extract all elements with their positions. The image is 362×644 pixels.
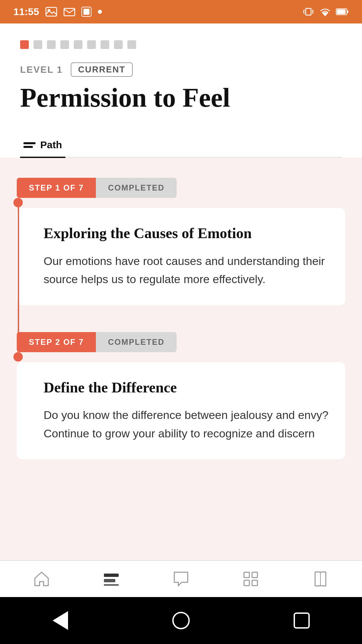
step-1-num: STEP 1 OF 7 (17, 178, 96, 198)
dot-5 (74, 40, 82, 49)
book-icon (311, 570, 330, 588)
level-row: LEVEL 1 CURRENT (20, 62, 342, 77)
tabs-row: Path (20, 132, 342, 158)
back-icon (53, 611, 68, 630)
svg-rect-10 (347, 10, 348, 13)
dot-1 (20, 40, 29, 49)
tab-path-label: Path (40, 139, 62, 151)
svg-point-5 (98, 10, 102, 14)
step-1-desc: Our emotions have root causes and unders… (44, 252, 328, 288)
step-1-title: Exploring the Causes of Emotion (44, 225, 328, 243)
recents-button[interactable] (292, 610, 312, 631)
dot-9 (127, 40, 136, 49)
step-2-title: Define the Difference (44, 379, 328, 397)
dot-2 (34, 40, 42, 49)
dot-7 (101, 40, 109, 49)
list-icon (23, 142, 36, 148)
svg-rect-3 (83, 9, 89, 15)
step-1-badges: STEP 1 OF 7 COMPLETED (17, 178, 345, 198)
step-2-badges: STEP 2 OF 7 COMPLETED (17, 332, 345, 352)
status-bar: 11:55 (0, 0, 362, 23)
svg-rect-16 (244, 580, 249, 586)
svg-rect-9 (337, 9, 346, 14)
dot-6 (87, 40, 96, 49)
nav-home[interactable] (25, 566, 58, 592)
timeline-dot-2 (13, 352, 23, 362)
gallery-icon (45, 7, 57, 17)
home-icon (32, 570, 51, 588)
svg-rect-0 (46, 7, 57, 16)
step-2-num: STEP 2 OF 7 (17, 332, 96, 352)
dot-8 (114, 40, 123, 49)
page-title: Permission to Feel (20, 83, 342, 112)
steps-area: STEP 1 OF 7 COMPLETED Exploring the Caus… (0, 158, 362, 560)
svg-rect-12 (104, 579, 115, 582)
dot-3 (47, 40, 56, 49)
svg-rect-6 (306, 8, 311, 15)
step-1-block: STEP 1 OF 7 COMPLETED Exploring the Caus… (17, 178, 345, 305)
recents-icon (294, 612, 310, 629)
notification-icon (81, 7, 92, 17)
nav-path[interactable] (95, 566, 127, 592)
step-1-card[interactable]: Exploring the Causes of Emotion Our emot… (17, 208, 345, 305)
home-button[interactable] (171, 610, 191, 631)
list-nav-icon (102, 570, 121, 588)
home-sys-icon (172, 612, 190, 629)
nav-book[interactable] (304, 566, 337, 592)
bottom-nav (0, 560, 362, 597)
grid-icon (241, 570, 260, 588)
timeline-dot-1 (13, 198, 23, 207)
progress-dots (20, 40, 342, 49)
svg-rect-17 (252, 580, 257, 586)
step-2-card[interactable]: Define the Difference Do you know the di… (17, 362, 345, 460)
svg-rect-2 (64, 8, 75, 16)
nav-grid[interactable] (235, 566, 267, 592)
step-1-status: COMPLETED (96, 178, 177, 198)
dot-icon (98, 9, 102, 14)
wifi-icon (319, 7, 331, 16)
status-left: 11:55 (13, 6, 102, 17)
tab-path[interactable]: Path (20, 132, 65, 158)
chat-icon (172, 570, 190, 588)
gmail-icon (63, 7, 75, 17)
timeline-line-1 (18, 198, 19, 352)
step-2-status: COMPLETED (96, 332, 177, 352)
dot-4 (60, 40, 69, 49)
status-right (302, 6, 349, 18)
status-time: 11:55 (13, 6, 39, 17)
main-content: LEVEL 1 CURRENT Permission to Feel Path (0, 23, 362, 158)
step-2-block: STEP 2 OF 7 COMPLETED Define the Differe… (17, 332, 345, 460)
battery-icon (336, 8, 349, 16)
svg-rect-11 (104, 574, 119, 577)
step-2-desc: Do you know the difference between jealo… (44, 406, 328, 442)
back-button[interactable] (50, 610, 70, 631)
current-badge: CURRENT (71, 62, 133, 77)
vibrate-icon (302, 6, 314, 18)
svg-rect-14 (244, 572, 249, 578)
system-nav (0, 597, 362, 644)
level-label: LEVEL 1 (20, 64, 63, 75)
svg-marker-7 (322, 12, 328, 16)
nav-chat[interactable] (165, 566, 197, 592)
svg-rect-15 (252, 572, 257, 578)
